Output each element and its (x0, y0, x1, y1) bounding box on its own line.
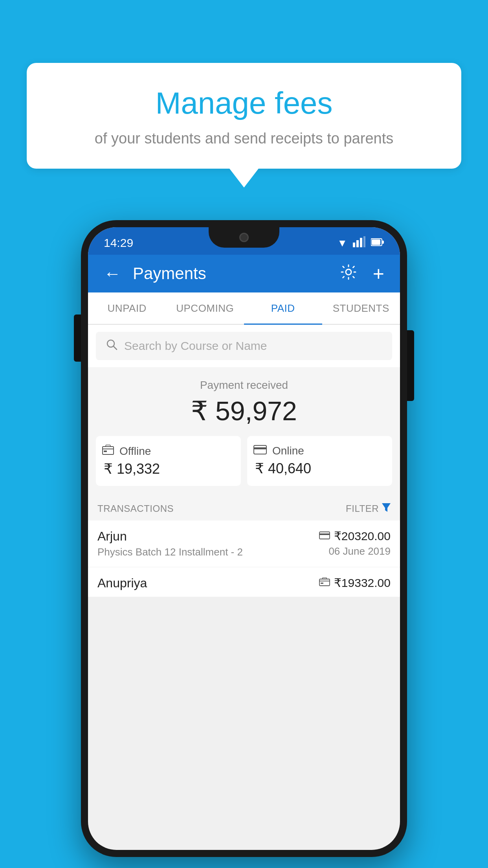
student-name: Arjun (97, 529, 243, 544)
offline-card: Offline ₹ 19,332 (96, 436, 241, 486)
svg-rect-18 (319, 579, 330, 586)
transactions-header: TRANSACTIONS FILTER (88, 495, 400, 520)
transaction-row[interactable]: Arjun Physics Batch 12 Installment - 2 (88, 520, 400, 567)
svg-marker-15 (382, 503, 391, 512)
phone-notch (209, 227, 279, 248)
student-name: Anupriya (97, 576, 147, 590)
app-header: ← Payments + (88, 255, 400, 292)
signal-icon (353, 236, 365, 250)
transaction-left: Anupriya (97, 576, 147, 593)
total-amount: ₹ 59,972 (96, 395, 392, 427)
svg-rect-3 (363, 236, 365, 247)
filter-icon (382, 503, 391, 514)
svg-rect-1 (356, 240, 359, 247)
transaction-left: Arjun Physics Batch 12 Installment - 2 (97, 529, 243, 558)
status-icons: ▼ (337, 236, 384, 250)
online-amount: ₹ 40,640 (253, 460, 311, 477)
phone-frame: 14:29 ▼ (81, 220, 407, 857)
amount-row: ₹20320.00 (319, 529, 391, 543)
course-info: Physics Batch 12 Installment - 2 (97, 546, 243, 558)
transactions-label: TRANSACTIONS (97, 503, 174, 514)
filter-button[interactable]: FILTER (346, 503, 391, 514)
transaction-row[interactable]: Anupriya ₹1 (88, 567, 400, 597)
amount-row: ₹19332.00 (319, 576, 391, 590)
speech-bubble: Manage fees of your students and send re… (27, 63, 461, 169)
tab-bar: UNPAID UPCOMING PAID STUDENTS (88, 292, 400, 325)
tab-students[interactable]: STUDENTS (322, 292, 400, 324)
search-container: Search by Course or Name (88, 325, 400, 367)
status-time: 14:29 (104, 236, 133, 250)
svg-line-9 (114, 346, 117, 349)
online-card: Online ₹ 40,640 (247, 436, 392, 486)
tab-paid[interactable]: PAID (244, 292, 322, 324)
transaction-right: ₹20320.00 06 June 2019 (319, 529, 391, 557)
wifi-icon: ▼ (337, 237, 347, 249)
transactions-list: Arjun Physics Batch 12 Installment - 2 (88, 520, 400, 597)
back-button[interactable]: ← (100, 260, 125, 287)
card-payment-icon (319, 530, 330, 542)
tab-upcoming[interactable]: UPCOMING (166, 292, 244, 324)
transaction-date: 06 June 2019 (319, 545, 391, 557)
search-icon (105, 338, 118, 354)
svg-point-7 (346, 269, 351, 275)
search-input[interactable]: Search by Course or Name (124, 339, 267, 353)
svg-rect-17 (319, 533, 330, 535)
svg-rect-13 (254, 445, 266, 454)
svg-rect-16 (319, 532, 330, 539)
online-card-header: Online (253, 445, 304, 457)
phone-screen: 14:29 ▼ (88, 227, 400, 850)
svg-rect-12 (104, 451, 107, 452)
online-label: Online (272, 445, 304, 457)
offline-payment-icon (319, 577, 330, 589)
svg-rect-0 (353, 243, 355, 247)
offline-card-header: Offline (102, 445, 151, 458)
page-title: Payments (133, 264, 328, 283)
svg-rect-14 (254, 447, 266, 449)
offline-label: Offline (119, 445, 151, 458)
svg-rect-2 (360, 238, 362, 247)
bubble-title: Manage fees (46, 86, 442, 120)
payment-received-label: Payment received (96, 379, 392, 392)
transaction-amount: ₹19332.00 (334, 576, 391, 590)
svg-rect-20 (321, 583, 323, 584)
tab-unpaid[interactable]: UNPAID (88, 292, 166, 324)
offline-amount: ₹ 19,332 (102, 461, 160, 477)
offline-icon (102, 445, 114, 458)
transaction-amount: ₹20320.00 (334, 529, 391, 543)
search-bar[interactable]: Search by Course or Name (96, 332, 392, 360)
transaction-right: ₹19332.00 (319, 576, 391, 592)
settings-icon[interactable] (336, 259, 361, 288)
payment-cards: Offline ₹ 19,332 (96, 436, 392, 486)
phone-mockup: 14:29 ▼ (81, 220, 407, 857)
svg-rect-5 (382, 241, 384, 244)
filter-label: FILTER (346, 503, 379, 514)
add-button[interactable]: + (369, 258, 388, 289)
front-camera (239, 233, 249, 242)
battery-icon (371, 237, 384, 249)
online-icon (253, 445, 267, 457)
svg-rect-6 (372, 239, 380, 245)
payment-summary: Payment received ₹ 59,972 (88, 367, 400, 495)
bubble-subtitle: of your students and send receipts to pa… (46, 128, 442, 149)
